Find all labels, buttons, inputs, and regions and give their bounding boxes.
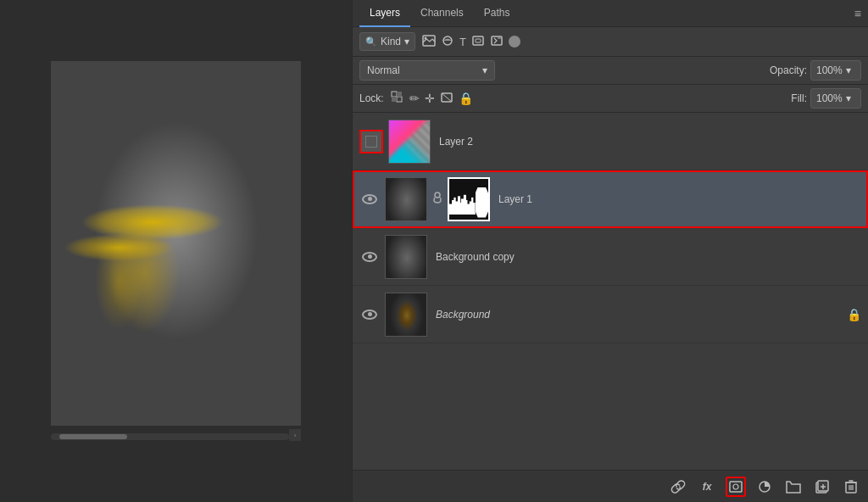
layers-list: Layer 2: [353, 113, 868, 470]
fill-label: Fill:: [791, 92, 807, 104]
layer1-photo-thumbnail: [385, 177, 427, 221]
bg-visibility[interactable]: [359, 304, 380, 325]
svg-point-12: [435, 192, 440, 198]
bg-copy-visibility[interactable]: [359, 247, 380, 267]
bg-eye-icon: [362, 310, 377, 320]
svg-rect-9: [397, 92, 402, 97]
filter-shape-icon[interactable]: [471, 35, 485, 49]
panel-tabs: Layers Channels Paths ≡: [353, 0, 868, 27]
filter-smart-icon[interactable]: [490, 35, 504, 49]
chevron-down-icon: [404, 36, 409, 47]
svg-line-11: [442, 93, 452, 102]
kind-label: Kind: [381, 36, 401, 47]
fill-value: 100%: [816, 92, 843, 104]
group-layers-button[interactable]: [783, 477, 804, 497]
layers-panel: Layers Channels Paths ≡ 🔍 Kind: [352, 0, 868, 502]
lock-position-icon[interactable]: ✛: [425, 92, 435, 105]
bg-copy-eye-icon: [362, 252, 377, 262]
layer1-mask-thumbnail: [448, 177, 490, 221]
svg-rect-7: [397, 97, 402, 102]
add-adjustment-button[interactable]: [754, 477, 775, 497]
panel-bottom-toolbar: fx: [353, 470, 868, 502]
svg-rect-26: [449, 213, 476, 215]
layer1-visibility[interactable]: [359, 189, 380, 209]
opacity-label: Opacity:: [770, 64, 807, 76]
blend-mode-value: Normal: [367, 64, 400, 76]
filter-circle-icon[interactable]: [509, 36, 520, 47]
filter-row: 🔍 Kind T: [353, 27, 868, 57]
bg-copy-name: Background copy: [432, 251, 861, 263]
layer-item-background[interactable]: Background 🔒: [353, 286, 868, 343]
canvas-expand-button[interactable]: ›: [289, 429, 301, 441]
bg-layer-name: Background: [432, 309, 842, 321]
filter-text-icon[interactable]: T: [459, 36, 466, 48]
photo-canvas: [51, 61, 301, 426]
layer2-name: Layer 2: [436, 136, 861, 148]
kind-dropdown[interactable]: 🔍 Kind: [359, 32, 415, 51]
layer1-link-icon: [432, 192, 442, 206]
layer-item-layer2[interactable]: Layer 2: [353, 113, 868, 170]
lock-artboard-icon[interactable]: [440, 92, 453, 106]
layer-item-bg-copy[interactable]: Background copy: [353, 228, 868, 286]
blend-row: Normal Opacity: 100%: [353, 57, 868, 85]
canvas-bottom: ›: [51, 429, 301, 441]
blend-chevron-icon: [482, 64, 487, 76]
fill-dropdown[interactable]: 100%: [810, 88, 861, 109]
canvas-scrollbar-h[interactable]: [51, 433, 289, 440]
opacity-control: Opacity: 100%: [770, 60, 861, 81]
lock-row: Lock: ✏ ✛ 🔒: [353, 85, 868, 113]
tab-paths[interactable]: Paths: [474, 0, 520, 27]
svg-rect-27: [730, 482, 742, 492]
svg-rect-3: [473, 36, 483, 45]
canvas-container: [51, 61, 301, 426]
delete-layer-button[interactable]: [841, 477, 861, 497]
tab-channels[interactable]: Channels: [410, 0, 474, 27]
layer2-thumbnail: [388, 120, 431, 164]
lock-image-icon[interactable]: ✏: [409, 92, 420, 105]
svg-rect-25: [473, 203, 476, 215]
filter-image-icon[interactable]: [422, 35, 436, 49]
layer2-visibility-checkbox[interactable]: [359, 130, 383, 153]
fill-chevron-icon: [846, 92, 851, 104]
layer1-name: Layer 1: [495, 193, 861, 205]
add-mask-button[interactable]: [726, 477, 746, 497]
svg-rect-4: [476, 39, 481, 42]
bg-copy-thumbnail: [385, 235, 427, 279]
svg-rect-8: [392, 97, 397, 102]
bg-lock-icon: 🔒: [847, 308, 861, 321]
layer1-eye-icon: [362, 194, 377, 204]
lock-all-icon[interactable]: 🔒: [459, 92, 473, 105]
filter-adjust-icon[interactable]: [441, 35, 454, 49]
fill-control: Fill: 100%: [791, 88, 861, 109]
svg-point-1: [425, 36, 427, 39]
filter-icons: T: [422, 35, 520, 49]
fx-label: fx: [703, 481, 712, 493]
svg-point-28: [733, 484, 738, 489]
new-layer-button[interactable]: [812, 477, 832, 497]
search-icon: 🔍: [365, 36, 377, 47]
svg-rect-6: [392, 92, 397, 97]
link-layers-button[interactable]: [668, 477, 688, 497]
layer-item-layer1[interactable]: Layer 1: [353, 170, 868, 228]
opacity-dropdown[interactable]: 100%: [810, 60, 861, 81]
lock-label: Lock:: [359, 92, 384, 104]
canvas-area: ›: [0, 0, 352, 502]
tab-layers[interactable]: Layers: [359, 0, 410, 27]
panel-menu-icon[interactable]: ≡: [854, 7, 861, 20]
opacity-chevron-icon: [846, 64, 851, 76]
lock-transparent-icon[interactable]: [391, 91, 404, 107]
opacity-value: 100%: [816, 64, 843, 76]
lock-icons: ✏ ✛ 🔒: [391, 91, 473, 107]
add-layer-style-button[interactable]: fx: [697, 477, 717, 497]
bg-thumbnail: [385, 293, 427, 337]
blend-mode-dropdown[interactable]: Normal: [359, 60, 495, 81]
